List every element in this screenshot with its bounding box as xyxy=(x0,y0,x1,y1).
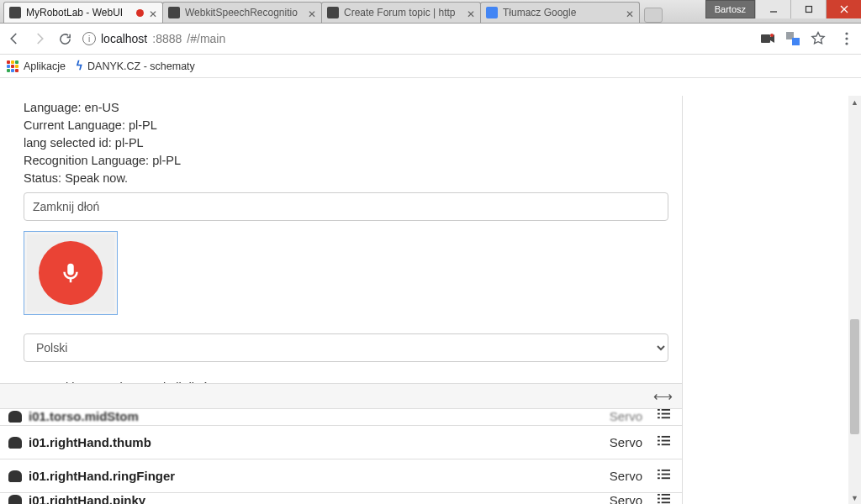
svg-rect-21 xyxy=(658,444,660,445)
tab-title: Tłumacz Google xyxy=(503,7,621,18)
svg-rect-31 xyxy=(658,498,660,500)
meta-status: Status: Speak now. xyxy=(24,170,668,187)
svg-rect-1 xyxy=(806,7,811,13)
meta-language: Language: en-US xyxy=(24,99,668,117)
svg-rect-4 xyxy=(761,34,770,43)
svg-rect-32 xyxy=(662,498,670,500)
svg-point-10 xyxy=(845,42,848,45)
browser-tab-2[interactable]: WebkitSpeechRecognitio ✕ xyxy=(162,2,322,23)
svg-rect-22 xyxy=(662,444,670,445)
service-row[interactable]: i01.rightHand.ringFinger Servo xyxy=(0,459,682,492)
window-maximize-button[interactable] xyxy=(790,0,826,18)
service-bullet-icon xyxy=(8,470,22,482)
bookmark-favicon-icon: ϟ xyxy=(76,60,83,72)
resize-horizontal-icon: ⟷ xyxy=(653,388,670,404)
browser-tab-3[interactable]: Create Forum topic | http ✕ xyxy=(321,2,481,23)
url-path: /#/main xyxy=(187,32,225,45)
bookmarks-bar: Aplikacje ϟ DANYK.CZ - schematy xyxy=(0,55,861,78)
recording-indicator-icon xyxy=(136,9,144,17)
service-type: Servo xyxy=(610,469,642,483)
service-name: i01.rightHand.ringFinger xyxy=(29,469,175,483)
close-tab-icon[interactable]: ✕ xyxy=(467,8,475,17)
tab-title: WebkitSpeechRecognitio xyxy=(185,7,303,18)
svg-rect-13 xyxy=(658,413,660,415)
svg-rect-24 xyxy=(662,469,670,470)
favicon-icon xyxy=(9,7,21,18)
apps-grid-icon xyxy=(7,60,18,72)
bookmark-item[interactable]: ϟ DANYK.CZ - schematy xyxy=(76,60,195,72)
chrome-menu-icon[interactable] xyxy=(839,31,854,46)
window-minimize-button[interactable] xyxy=(755,0,790,18)
meta-lang-selected: lang selected id: pl-PL xyxy=(24,134,668,152)
service-name: i01.rightHand.thumb xyxy=(29,435,151,449)
back-button[interactable] xyxy=(7,31,22,46)
favicon-icon xyxy=(327,7,339,18)
scroll-down-button[interactable]: ▼ xyxy=(848,491,861,504)
address-bar[interactable]: i localhost:8888/#/main xyxy=(82,32,225,45)
scroll-track[interactable] xyxy=(848,108,861,491)
tab-title: MyRobotLab - WebUI xyxy=(26,7,131,18)
list-icon[interactable] xyxy=(658,469,670,484)
page-content: Language: en-US Current Language: pl-PL … xyxy=(0,96,848,504)
browser-tabstrip: MyRobotLab - WebUI ✕ WebkitSpeechRecogni… xyxy=(0,0,861,24)
apps-label: Aplikacje xyxy=(24,60,66,72)
reload-button[interactable] xyxy=(57,31,72,46)
svg-point-9 xyxy=(845,37,848,39)
bookmark-star-icon[interactable] xyxy=(811,31,826,46)
mic-button[interactable] xyxy=(24,231,118,315)
meta-recognition-language: Recognition Language: pl-PL xyxy=(24,152,668,170)
scroll-thumb[interactable] xyxy=(850,319,859,434)
svg-rect-19 xyxy=(658,439,660,441)
apps-shortcut[interactable]: Aplikacje xyxy=(7,60,66,72)
services-list: ⟷ i01.torso.midStom Servo i01.rightHand.… xyxy=(0,383,682,504)
service-row-cut-top[interactable]: i01.torso.midStom Servo xyxy=(0,408,682,425)
panel-expand-row[interactable]: ⟷ xyxy=(0,383,682,408)
window-close-button[interactable] xyxy=(826,0,861,18)
svg-rect-18 xyxy=(662,435,670,437)
translate-icon[interactable] xyxy=(785,31,800,46)
svg-rect-16 xyxy=(662,417,670,418)
svg-rect-27 xyxy=(658,477,660,479)
svg-rect-34 xyxy=(662,501,670,503)
list-icon[interactable] xyxy=(658,435,670,450)
service-type: Servo xyxy=(610,493,642,504)
service-bullet-icon xyxy=(8,437,22,449)
browser-tab-1[interactable]: MyRobotLab - WebUI ✕ xyxy=(3,2,163,23)
camera-indicator-icon[interactable] xyxy=(760,31,775,46)
chrome-profile-badge[interactable]: Bartosz xyxy=(705,0,755,18)
svg-rect-14 xyxy=(662,413,670,415)
list-icon[interactable] xyxy=(658,493,670,504)
svg-rect-33 xyxy=(658,501,660,503)
microphone-icon xyxy=(58,260,83,286)
list-icon[interactable] xyxy=(658,408,670,423)
browser-tab-4[interactable]: Tłumacz Google ✕ xyxy=(480,2,640,23)
svg-rect-30 xyxy=(662,494,670,496)
close-tab-icon[interactable]: ✕ xyxy=(308,8,316,17)
svg-rect-26 xyxy=(662,473,670,475)
svg-rect-11 xyxy=(658,409,660,411)
language-select[interactable]: Polski xyxy=(24,333,668,362)
scroll-up-button[interactable]: ▲ xyxy=(848,96,861,108)
service-bullet-icon xyxy=(8,495,22,505)
svg-rect-12 xyxy=(662,409,670,411)
bookmark-title: DANYK.CZ - schematy xyxy=(87,60,195,72)
page-viewport: Language: en-US Current Language: pl-PL … xyxy=(0,96,861,504)
svg-rect-29 xyxy=(658,494,660,496)
service-name: i01.rightHand.pinky xyxy=(29,493,145,504)
recognition-text-input[interactable] xyxy=(24,192,668,221)
close-tab-icon[interactable]: ✕ xyxy=(149,8,157,17)
svg-rect-28 xyxy=(662,477,670,479)
service-row-cut-bottom[interactable]: i01.rightHand.pinky Servo xyxy=(0,492,682,504)
vertical-scrollbar[interactable]: ▲ ▼ xyxy=(848,96,861,504)
service-row[interactable]: i01.rightHand.thumb Servo xyxy=(0,425,682,459)
svg-point-5 xyxy=(770,34,774,37)
url-host: localhost xyxy=(101,32,147,45)
site-info-icon[interactable]: i xyxy=(82,32,96,45)
meta-current-language: Current Language: pl-PL xyxy=(24,117,668,134)
close-tab-icon[interactable]: ✕ xyxy=(626,8,634,17)
new-tab-button[interactable] xyxy=(644,8,663,23)
browser-toolbar: i localhost:8888/#/main xyxy=(0,24,861,55)
url-port: :8888 xyxy=(152,32,182,45)
forward-button xyxy=(32,31,47,46)
tab-title: Create Forum topic | http xyxy=(344,7,462,18)
